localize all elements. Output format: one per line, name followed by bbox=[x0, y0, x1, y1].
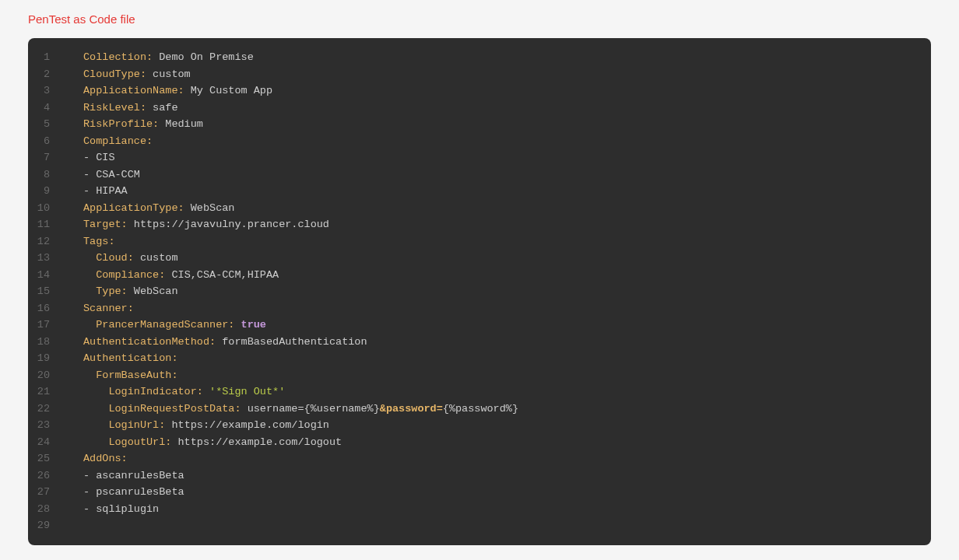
code-token: CloudType: bbox=[83, 68, 146, 80]
line-content: Scanner: bbox=[64, 300, 931, 317]
code-token: - HIPAA bbox=[83, 185, 128, 197]
code-token: Cloud: bbox=[96, 252, 134, 264]
code-token bbox=[83, 386, 108, 397]
line-content: - CSA-CCM bbox=[64, 166, 931, 184]
code-token: true bbox=[241, 319, 266, 331]
line-number: 2 bbox=[28, 66, 64, 83]
code-line: 1Collection: Demo On Premise bbox=[28, 49, 931, 66]
line-content: CloudType: custom bbox=[64, 66, 931, 83]
line-number: 14 bbox=[28, 267, 64, 284]
line-content: Authentication: bbox=[64, 350, 931, 367]
code-line: 7- CIS bbox=[28, 149, 931, 166]
line-number: 13 bbox=[28, 250, 64, 267]
line-content: Tags: bbox=[64, 233, 931, 250]
code-token: - ascanrulesBeta bbox=[83, 470, 184, 481]
code-line: 19Authentication: bbox=[28, 350, 931, 367]
code-line: 22 LoginRequestPostData: username={%user… bbox=[28, 401, 931, 418]
line-number: 17 bbox=[28, 317, 64, 334]
line-number: 9 bbox=[28, 183, 64, 200]
line-number: 26 bbox=[28, 467, 64, 485]
line-number: 5 bbox=[28, 116, 64, 133]
line-number: 18 bbox=[28, 334, 64, 351]
line-number: 25 bbox=[28, 450, 64, 467]
code-token: LogoutUrl: bbox=[108, 436, 171, 448]
code-token: ApplicationName: bbox=[83, 85, 184, 96]
code-token: Type: bbox=[96, 285, 128, 297]
code-line: 5RiskProfile: Medium bbox=[28, 116, 931, 133]
code-token: Target: bbox=[83, 219, 128, 230]
code-token: custom bbox=[134, 252, 178, 264]
code-token: Compliance: bbox=[83, 135, 153, 147]
code-token: WebScan bbox=[184, 202, 235, 214]
line-number: 28 bbox=[28, 501, 64, 518]
code-token bbox=[83, 285, 96, 297]
code-token: safe bbox=[146, 102, 178, 114]
code-token: Demo On Premise bbox=[153, 51, 254, 63]
line-content: - pscanrulesBeta bbox=[64, 484, 931, 501]
line-content: AddOns: bbox=[64, 450, 931, 467]
code-line: 11Target: https://javavulny.prancer.clou… bbox=[28, 216, 931, 233]
line-content: - ascanrulesBeta bbox=[64, 467, 931, 485]
code-token bbox=[83, 419, 108, 431]
code-token: &password= bbox=[380, 403, 443, 415]
code-token: Authentication: bbox=[83, 352, 178, 364]
code-token bbox=[234, 319, 241, 331]
code-token bbox=[83, 319, 96, 331]
code-token: CIS,CSA-CCM,HIPAA bbox=[165, 269, 279, 281]
code-line: 18AuthenticationMethod: formBasedAuthent… bbox=[28, 334, 931, 351]
code-token: Compliance: bbox=[96, 269, 165, 281]
code-token bbox=[83, 436, 108, 448]
code-line: 4RiskLevel: safe bbox=[28, 100, 931, 117]
line-content: LogoutUrl: https://example.com/logout bbox=[64, 434, 931, 451]
code-line: 20 FormBaseAuth: bbox=[28, 367, 931, 384]
code-token: Collection: bbox=[83, 51, 153, 63]
line-number: 4 bbox=[28, 100, 64, 117]
line-content: Target: https://javavulny.prancer.cloud bbox=[64, 216, 931, 233]
code-line: 29 bbox=[28, 517, 931, 534]
code-line: 2CloudType: custom bbox=[28, 66, 931, 83]
code-token: ApplicationType: bbox=[83, 202, 184, 214]
line-content: PrancerManagedScanner: true bbox=[64, 317, 931, 334]
code-token: FormBaseAuth: bbox=[96, 369, 177, 381]
code-token: AddOns: bbox=[83, 453, 128, 464]
code-token: Scanner: bbox=[83, 303, 134, 314]
line-content: Cloud: custom bbox=[64, 250, 931, 267]
code-line: 28- sqliplugin bbox=[28, 501, 931, 518]
code-token: https://example.com/login bbox=[165, 419, 329, 431]
code-token: username={%username%} bbox=[241, 403, 380, 415]
code-line: 23 LoginUrl: https://example.com/login bbox=[28, 417, 931, 434]
code-token: https://example.com/logout bbox=[171, 436, 342, 448]
code-token: RiskLevel: bbox=[83, 102, 146, 114]
code-line: 3ApplicationName: My Custom App bbox=[28, 82, 931, 100]
code-token bbox=[83, 369, 96, 381]
code-line: 16Scanner: bbox=[28, 300, 931, 317]
line-content bbox=[64, 517, 931, 534]
line-number: 24 bbox=[28, 434, 64, 451]
code-line: 12Tags: bbox=[28, 233, 931, 250]
code-line: 25AddOns: bbox=[28, 450, 931, 467]
code-token: LoginRequestPostData: bbox=[108, 403, 241, 415]
code-line: 10ApplicationType: WebScan bbox=[28, 200, 931, 217]
line-content: Compliance: CIS,CSA-CCM,HIPAA bbox=[64, 267, 931, 284]
code-token bbox=[83, 252, 96, 264]
code-token bbox=[203, 386, 209, 397]
line-number: 23 bbox=[28, 417, 64, 434]
code-token: WebScan bbox=[128, 285, 178, 297]
code-line: 8- CSA-CCM bbox=[28, 166, 931, 184]
line-number: 10 bbox=[28, 200, 64, 217]
line-content: RiskProfile: Medium bbox=[64, 116, 931, 133]
line-number: 21 bbox=[28, 383, 64, 401]
code-line: 14 Compliance: CIS,CSA-CCM,HIPAA bbox=[28, 267, 931, 284]
line-content: LoginRequestPostData: username={%usernam… bbox=[64, 401, 931, 418]
code-token: - sqliplugin bbox=[83, 503, 159, 515]
line-number: 16 bbox=[28, 300, 64, 317]
code-line: 13 Cloud: custom bbox=[28, 250, 931, 267]
line-content: Compliance: bbox=[64, 133, 931, 150]
line-content: Type: WebScan bbox=[64, 283, 931, 300]
code-line: 17 PrancerManagedScanner: true bbox=[28, 317, 931, 334]
line-number: 7 bbox=[28, 149, 64, 166]
line-number: 22 bbox=[28, 401, 64, 418]
line-content: LoginIndicator: '*Sign Out*' bbox=[64, 383, 931, 401]
line-content: LoginUrl: https://example.com/login bbox=[64, 417, 931, 434]
code-block: 1Collection: Demo On Premise2CloudType: … bbox=[28, 38, 931, 545]
